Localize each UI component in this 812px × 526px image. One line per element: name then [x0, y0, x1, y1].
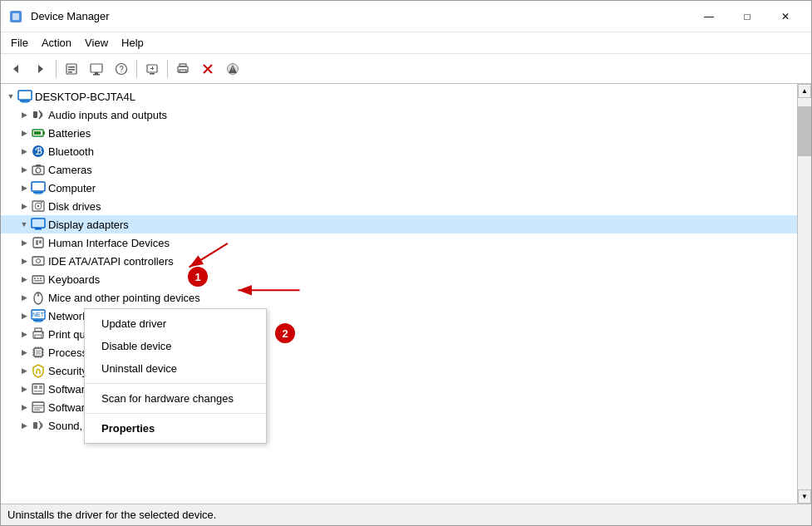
tree-item-batteries[interactable]: ▶ Batteries	[1, 124, 797, 142]
root-toggle[interactable]: ▼	[4, 90, 17, 103]
window-controls: — □ ✕	[690, 1, 805, 32]
tree-root[interactable]: ▼ DESKTOP-BCJTA4L	[1, 87, 797, 106]
tree-item-audio[interactable]: ▶ Audio inputs and outputs	[1, 106, 797, 124]
svg-rect-31	[34, 131, 41, 135]
tree-item-bluetooth[interactable]: ▶ ℬ Bluetooth	[1, 142, 797, 160]
tree-item-computer[interactable]: ▶ Computer	[1, 179, 797, 197]
sound-toggle[interactable]: ▶	[17, 419, 31, 432]
display-icon	[31, 217, 46, 232]
imaging-label: IDE ATA/ATAPI controllers	[48, 255, 174, 268]
svg-point-35	[36, 168, 41, 173]
menubar: File Action View Help	[1, 32, 811, 54]
batteries-toggle[interactable]: ▶	[17, 126, 31, 140]
print-button[interactable]	[171, 57, 194, 81]
ctx-properties[interactable]: Properties	[85, 417, 266, 440]
back-button[interactable]	[4, 57, 27, 81]
computer-icon	[17, 89, 32, 104]
sw-devices-toggle[interactable]: ▶	[17, 401, 31, 414]
mice-toggle[interactable]: ▶	[17, 291, 31, 304]
close-button[interactable]: ✕	[766, 1, 805, 32]
svg-rect-45	[35, 229, 42, 230]
scroll-up-button[interactable]: ▲	[798, 84, 811, 98]
disk-label: Disk drives	[48, 200, 101, 213]
svg-rect-19	[180, 70, 186, 72]
svg-rect-89	[34, 391, 42, 392]
svg-rect-1	[12, 13, 19, 20]
add-button[interactable]	[221, 57, 244, 81]
tree-item-keyboards[interactable]: ▶ Keyboards	[1, 270, 797, 288]
print-toggle[interactable]: ▶	[17, 327, 31, 341]
ctx-disable-device[interactable]: Disable device	[85, 335, 266, 357]
svg-rect-93	[34, 410, 40, 411]
cameras-toggle[interactable]: ▶	[17, 163, 31, 176]
menu-action[interactable]: Action	[35, 35, 78, 51]
ctx-uninstall-device[interactable]: Uninstall device	[85, 357, 266, 380]
mice-label: Mice and other pointing devices	[48, 292, 200, 304]
tree-item-mice[interactable]: ▶ Mice and other pointing devices	[1, 288, 797, 307]
step-badge-1: 1	[188, 267, 208, 287]
network-toggle[interactable]: ▶	[17, 309, 31, 322]
svg-text:ℬ: ℬ	[35, 146, 42, 156]
svg-line-85	[38, 369, 40, 371]
svg-rect-36	[36, 165, 41, 166]
processors-toggle[interactable]: ▶	[17, 346, 31, 359]
tree-item-imaging[interactable]: ▶ IDE ATA/ATAPI controllers	[1, 252, 797, 270]
security-toggle[interactable]: ▶	[17, 364, 31, 377]
menu-help[interactable]: Help	[115, 35, 150, 51]
tree-item-disk[interactable]: ▶ Disk drives	[1, 197, 797, 215]
mouse-icon	[31, 290, 46, 305]
forward-button[interactable]	[29, 57, 52, 81]
properties-button[interactable]	[60, 57, 83, 81]
help-button[interactable]: ?	[110, 57, 133, 81]
scrollbar-thumb[interactable]	[798, 106, 811, 156]
svg-rect-27	[22, 102, 28, 103]
scrollbar[interactable]: ▲ ▼	[797, 84, 811, 504]
svg-rect-48	[36, 240, 38, 245]
svg-rect-69	[36, 350, 41, 355]
maximize-button[interactable]: □	[728, 1, 766, 32]
tree-item-cameras[interactable]: ▶ Cameras	[1, 160, 797, 179]
imaging-toggle[interactable]: ▶	[17, 254, 31, 268]
display-toggle[interactable]: ▼	[17, 218, 31, 231]
sw-components-toggle[interactable]: ▶	[17, 382, 31, 396]
sw-devices-icon	[31, 400, 46, 415]
keyboards-toggle[interactable]: ▶	[17, 273, 31, 286]
batteries-label: Batteries	[48, 127, 91, 140]
svg-rect-10	[95, 72, 98, 74]
statusbar: Uninstalls the driver for the selected d…	[1, 504, 811, 525]
security-icon	[31, 363, 46, 378]
ctx-separator-1	[85, 383, 266, 384]
tree-item-hid[interactable]: ▶ Human Interface Devices	[1, 234, 797, 252]
svg-line-84	[37, 369, 38, 371]
hid-toggle[interactable]: ▶	[17, 236, 31, 249]
menu-view[interactable]: View	[78, 35, 115, 51]
svg-rect-25	[18, 91, 32, 100]
scan-button[interactable]	[140, 57, 164, 81]
svg-rect-88	[39, 386, 42, 389]
svg-rect-43	[41, 202, 42, 204]
scroll-down-button[interactable]: ▼	[798, 489, 811, 504]
disk-toggle[interactable]: ▶	[17, 199, 31, 213]
update-driver-button[interactable]	[85, 57, 108, 81]
cameras-label: Cameras	[48, 164, 92, 176]
svg-rect-5	[68, 66, 75, 68]
ctx-update-driver[interactable]: Update driver	[85, 312, 266, 335]
tree-item-display[interactable]: ▼ Display adapters	[1, 215, 797, 234]
remove-button[interactable]	[196, 57, 219, 81]
ctx-scan-hardware[interactable]: Scan for hardware changes	[85, 387, 266, 410]
computer-label: Computer	[48, 182, 96, 194]
menu-file[interactable]: File	[4, 35, 35, 51]
toolbar-separator-2	[136, 60, 137, 78]
svg-rect-37	[32, 182, 45, 191]
computer-toggle[interactable]: ▶	[17, 181, 31, 194]
audio-toggle[interactable]: ▶	[17, 108, 31, 121]
imaging-icon	[31, 253, 46, 268]
app-icon	[7, 8, 24, 25]
printer-icon	[31, 327, 46, 342]
svg-text:?: ?	[119, 65, 124, 74]
svg-marker-2	[13, 65, 18, 73]
minimize-button[interactable]: —	[690, 1, 728, 32]
bluetooth-toggle[interactable]: ▶	[17, 145, 31, 158]
bluetooth-icon: ℬ	[31, 144, 46, 159]
scrollbar-track[interactable]	[798, 98, 811, 489]
